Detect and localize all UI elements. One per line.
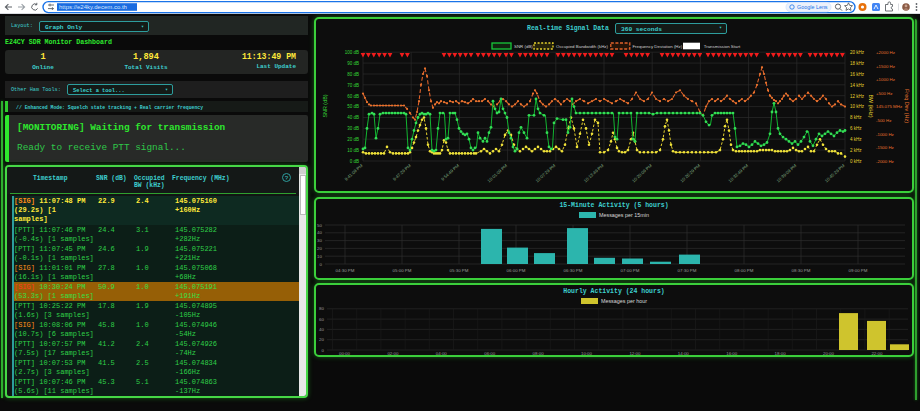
svg-text:08:00 PM: 08:00 PM [735, 268, 754, 273]
svg-text:0: 0 [322, 348, 325, 353]
svg-text:8 kHz: 8 kHz [850, 115, 862, 120]
svg-text:+1000 Hz: +1000 Hz [876, 77, 895, 82]
svg-text:10:07:29 PM: 10:07:29 PM [535, 163, 557, 184]
svg-text:-2000 Hz: -2000 Hz [876, 159, 894, 164]
svg-text:Google Lens: Google Lens [797, 4, 828, 10]
svg-text:40 dB: 40 dB [347, 115, 359, 120]
svg-text:18:00: 18:00 [775, 351, 787, 356]
svg-text:05:00 PM: 05:00 PM [393, 268, 412, 273]
svg-text:60: 60 [319, 317, 324, 322]
svg-text:2 kHz: 2 kHz [850, 148, 862, 153]
svg-text:16 kHz: 16 kHz [850, 72, 865, 77]
svg-text:09:00 PM: 09:00 PM [849, 268, 868, 273]
svg-text:10:45:29 PM: 10:45:29 PM [824, 163, 846, 184]
svg-text:50 dB: 50 dB [347, 104, 359, 109]
svg-text:0 kHz: 0 kHz [850, 159, 862, 164]
svg-text:22:00: 22:00 [871, 351, 883, 356]
svg-text:80 dB: 80 dB [347, 72, 359, 77]
svg-text:18 kHz: 18 kHz [850, 61, 865, 66]
svg-text:BW (kHz): BW (kHz) [868, 94, 874, 117]
svg-text:70 dB: 70 dB [347, 83, 359, 88]
svg-text:+1500 Hz: +1500 Hz [876, 64, 895, 69]
svg-text:04:00: 04:00 [436, 351, 448, 356]
svg-text:+2000 Hz: +2000 Hz [876, 50, 895, 55]
svg-text:SNR (dB): SNR (dB) [322, 94, 328, 117]
svg-text:-1500 Hz: -1500 Hz [876, 145, 894, 150]
svg-text:06:00: 06:00 [484, 351, 496, 356]
svg-text:10:39:09 PM: 10:39:09 PM [776, 163, 798, 184]
svg-text:145.075 MHz: 145.075 MHz [876, 104, 902, 109]
svg-text:05:30 PM: 05:30 PM [450, 268, 469, 273]
svg-text:14:00: 14:00 [678, 351, 690, 356]
svg-text:12 kHz: 12 kHz [850, 94, 865, 99]
svg-text:10:32:49 PM: 10:32:49 PM [727, 163, 749, 184]
svg-text:Freq Dev (Hz): Freq Dev (Hz) [904, 89, 910, 123]
svg-text:4 kHz: 4 kHz [850, 137, 862, 142]
svg-text:100 dB: 100 dB [345, 50, 359, 55]
svg-text:00:00: 00:00 [339, 351, 351, 356]
svg-text:08:30 PM: 08:30 PM [792, 268, 811, 273]
svg-text:16:00: 16:00 [726, 351, 738, 356]
svg-text:07:30 PM: 07:30 PM [678, 268, 697, 273]
svg-text:40: 40 [317, 230, 322, 235]
svg-text:9:41:09 PM: 9:41:09 PM [344, 163, 364, 182]
svg-text:10:01:09 PM: 10:01:09 PM [486, 163, 508, 184]
svg-text:20: 20 [317, 246, 322, 251]
svg-text:-1000 Hz: -1000 Hz [876, 132, 894, 137]
svg-text:10 dB: 10 dB [347, 148, 359, 153]
svg-text:9:47:29 PM: 9:47:29 PM [392, 163, 412, 182]
svg-text:10: 10 [317, 254, 322, 259]
svg-text:10:26:29 PM: 10:26:29 PM [679, 163, 701, 184]
svg-text:04:30 PM: 04:30 PM [336, 268, 355, 273]
svg-text:10:00: 10:00 [581, 351, 593, 356]
svg-text:10 kHz: 10 kHz [850, 104, 865, 109]
svg-text:30: 30 [317, 238, 322, 243]
svg-text:9:54:49 PM: 9:54:49 PM [440, 163, 460, 182]
svg-text:+500 Hz: +500 Hz [876, 91, 892, 96]
svg-text:0 dB: 0 dB [350, 159, 359, 164]
svg-text:12:00: 12:00 [629, 351, 641, 356]
svg-text:https://e24ky.decem.co.th: https://e24ky.decem.co.th [59, 4, 127, 10]
svg-text:-500 Hz: -500 Hz [876, 118, 891, 123]
svg-text:20: 20 [319, 337, 324, 342]
svg-text:0: 0 [320, 262, 323, 267]
svg-text:30 dB: 30 dB [347, 126, 359, 131]
svg-text:07:00 PM: 07:00 PM [621, 268, 640, 273]
svg-text:02:00: 02:00 [387, 351, 399, 356]
svg-text:06:30 PM: 06:30 PM [564, 268, 583, 273]
svg-text:40: 40 [319, 327, 324, 332]
svg-text:10:13:49 PM: 10:13:49 PM [583, 163, 605, 184]
svg-text:14 kHz: 14 kHz [850, 83, 865, 88]
svg-text:08:00: 08:00 [533, 351, 545, 356]
svg-text:10:20:09 PM: 10:20:09 PM [631, 163, 653, 184]
svg-text:50: 50 [317, 223, 322, 228]
svg-text:60 dB: 60 dB [347, 94, 359, 99]
svg-text:80: 80 [319, 306, 324, 311]
svg-text:6 kHz: 6 kHz [850, 126, 862, 131]
svg-text:20 dB: 20 dB [347, 137, 359, 142]
svg-text:20:00: 20:00 [823, 351, 835, 356]
svg-text:20 kHz: 20 kHz [850, 50, 865, 55]
svg-text:06:00 PM: 06:00 PM [507, 268, 526, 273]
svg-text:90 dB: 90 dB [347, 61, 359, 66]
